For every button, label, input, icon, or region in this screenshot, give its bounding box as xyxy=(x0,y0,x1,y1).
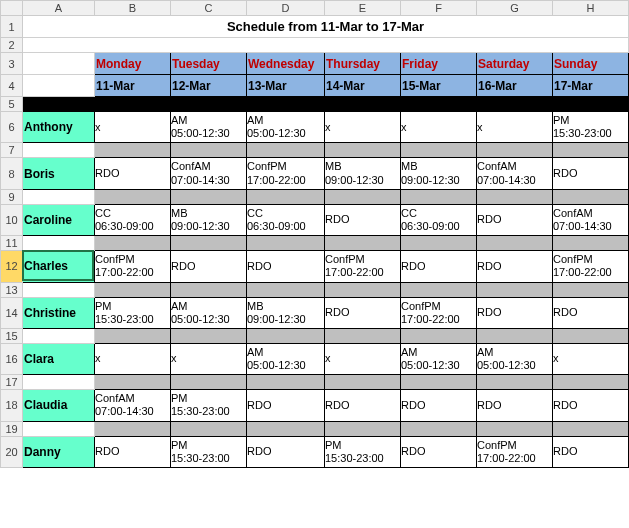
row-header-8[interactable]: 8 xyxy=(1,158,23,189)
schedule-cell[interactable]: AM05:00-12:30 xyxy=(171,297,247,328)
schedule-cell[interactable]: ConfAM07:00-14:30 xyxy=(171,158,247,189)
row-header-5[interactable]: 5 xyxy=(1,97,23,112)
row-header-18[interactable]: 18 xyxy=(1,390,23,421)
col-header-C[interactable]: C xyxy=(171,1,247,16)
schedule-cell[interactable]: RDO xyxy=(553,158,629,189)
row-header-11[interactable]: 11 xyxy=(1,236,23,251)
shift-code: x xyxy=(325,352,400,365)
schedule-cell[interactable]: x xyxy=(325,112,401,143)
schedule-cell[interactable]: ConfPM17:00-22:00 xyxy=(247,158,325,189)
schedule-cell[interactable]: CC06:30-09:00 xyxy=(401,204,477,235)
schedule-cell[interactable]: RDO xyxy=(477,251,553,282)
person-name: Claudia xyxy=(23,390,95,421)
gap-cell xyxy=(401,328,477,343)
schedule-cell[interactable]: ConfPM17:00-22:00 xyxy=(95,251,171,282)
spreadsheet-grid[interactable]: ABCDEFGH1Schedule from 11-Mar to 17-Mar2… xyxy=(0,0,629,468)
schedule-cell[interactable]: ConfPM17:00-22:00 xyxy=(553,251,629,282)
row-header-6[interactable]: 6 xyxy=(1,112,23,143)
col-header-G[interactable]: G xyxy=(477,1,553,16)
schedule-cell[interactable]: RDO xyxy=(247,390,325,421)
col-header-B[interactable]: B xyxy=(95,1,171,16)
schedule-cell[interactable]: x xyxy=(171,343,247,374)
schedule-cell[interactable]: AM05:00-12:30 xyxy=(247,112,325,143)
col-header-H[interactable]: H xyxy=(553,1,629,16)
row-header-9[interactable]: 9 xyxy=(1,189,23,204)
row-header-13[interactable]: 13 xyxy=(1,282,23,297)
schedule-cell[interactable]: RDO xyxy=(325,390,401,421)
schedule-cell[interactable]: RDO xyxy=(95,436,171,467)
row-header-4[interactable]: 4 xyxy=(1,75,23,97)
gap-cell xyxy=(95,375,171,390)
schedule-cell[interactable]: PM15:30-23:00 xyxy=(171,436,247,467)
row-header-17[interactable]: 17 xyxy=(1,375,23,390)
schedule-cell[interactable]: RDO xyxy=(171,251,247,282)
row-header-3[interactable]: 3 xyxy=(1,53,23,75)
select-all-corner[interactable] xyxy=(1,1,23,16)
schedule-cell[interactable]: PM15:30-23:00 xyxy=(553,112,629,143)
col-header-E[interactable]: E xyxy=(325,1,401,16)
schedule-cell[interactable]: RDO xyxy=(247,251,325,282)
shift-time: 17:00-22:00 xyxy=(247,174,324,187)
schedule-cell[interactable]: RDO xyxy=(553,390,629,421)
schedule-cell[interactable]: MB09:00-12:30 xyxy=(325,158,401,189)
schedule-cell[interactable]: AM05:00-12:30 xyxy=(477,343,553,374)
schedule-cell[interactable]: PM15:30-23:00 xyxy=(325,436,401,467)
schedule-cell[interactable]: RDO xyxy=(401,436,477,467)
schedule-cell[interactable]: AM05:00-12:30 xyxy=(247,343,325,374)
col-header-D[interactable]: D xyxy=(247,1,325,16)
schedule-cell[interactable]: RDO xyxy=(477,297,553,328)
row-header-14[interactable]: 14 xyxy=(1,297,23,328)
gap-cell xyxy=(95,282,171,297)
schedule-cell[interactable]: ConfPM17:00-22:00 xyxy=(477,436,553,467)
schedule-cell[interactable]: ConfPM17:00-22:00 xyxy=(325,251,401,282)
schedule-cell[interactable]: RDO xyxy=(325,297,401,328)
row-header-16[interactable]: 16 xyxy=(1,343,23,374)
schedule-cell[interactable]: RDO xyxy=(477,204,553,235)
schedule-cell[interactable]: ConfAM07:00-14:30 xyxy=(553,204,629,235)
row-header-12[interactable]: 12 xyxy=(1,251,23,282)
schedule-cell[interactable]: CC06:30-09:00 xyxy=(247,204,325,235)
schedule-cell[interactable]: MB09:00-12:30 xyxy=(401,158,477,189)
schedule-cell[interactable]: x xyxy=(401,112,477,143)
schedule-cell[interactable]: ConfPM17:00-22:00 xyxy=(401,297,477,328)
schedule-cell[interactable]: PM15:30-23:00 xyxy=(171,390,247,421)
schedule-cell[interactable]: ConfAM07:00-14:30 xyxy=(477,158,553,189)
empty-row xyxy=(23,38,629,53)
schedule-cell[interactable]: CC06:30-09:00 xyxy=(95,204,171,235)
gap-cell xyxy=(95,421,171,436)
row-header-19[interactable]: 19 xyxy=(1,421,23,436)
schedule-cell[interactable]: AM05:00-12:30 xyxy=(401,343,477,374)
schedule-cell[interactable]: RDO xyxy=(401,390,477,421)
col-header-F[interactable]: F xyxy=(401,1,477,16)
schedule-cell[interactable]: RDO xyxy=(553,436,629,467)
schedule-cell[interactable]: x xyxy=(95,343,171,374)
shift-code: RDO xyxy=(477,306,552,319)
schedule-cell[interactable]: x xyxy=(553,343,629,374)
row-header-15[interactable]: 15 xyxy=(1,328,23,343)
separator-cell xyxy=(325,97,401,112)
shift-code: AM xyxy=(401,346,476,359)
schedule-cell[interactable]: RDO xyxy=(325,204,401,235)
row-header-2[interactable]: 2 xyxy=(1,38,23,53)
shift-code: x xyxy=(553,352,628,365)
row-header-20[interactable]: 20 xyxy=(1,436,23,467)
row-header-10[interactable]: 10 xyxy=(1,204,23,235)
row-header-1[interactable]: 1 xyxy=(1,16,23,38)
schedule-cell[interactable]: RDO xyxy=(247,436,325,467)
schedule-cell[interactable]: x xyxy=(477,112,553,143)
schedule-cell[interactable]: AM05:00-12:30 xyxy=(171,112,247,143)
schedule-cell[interactable]: x xyxy=(95,112,171,143)
shift-code: CC xyxy=(401,207,476,220)
schedule-cell[interactable]: MB09:00-12:30 xyxy=(247,297,325,328)
schedule-cell[interactable]: x xyxy=(325,343,401,374)
shift-code: MB xyxy=(171,207,246,220)
row-header-7[interactable]: 7 xyxy=(1,143,23,158)
schedule-cell[interactable]: RDO xyxy=(553,297,629,328)
schedule-cell[interactable]: RDO xyxy=(95,158,171,189)
schedule-cell[interactable]: MB09:00-12:30 xyxy=(171,204,247,235)
col-header-A[interactable]: A xyxy=(23,1,95,16)
schedule-cell[interactable]: RDO xyxy=(401,251,477,282)
schedule-cell[interactable]: RDO xyxy=(477,390,553,421)
schedule-cell[interactable]: ConfAM07:00-14:30 xyxy=(95,390,171,421)
schedule-cell[interactable]: PM15:30-23:00 xyxy=(95,297,171,328)
